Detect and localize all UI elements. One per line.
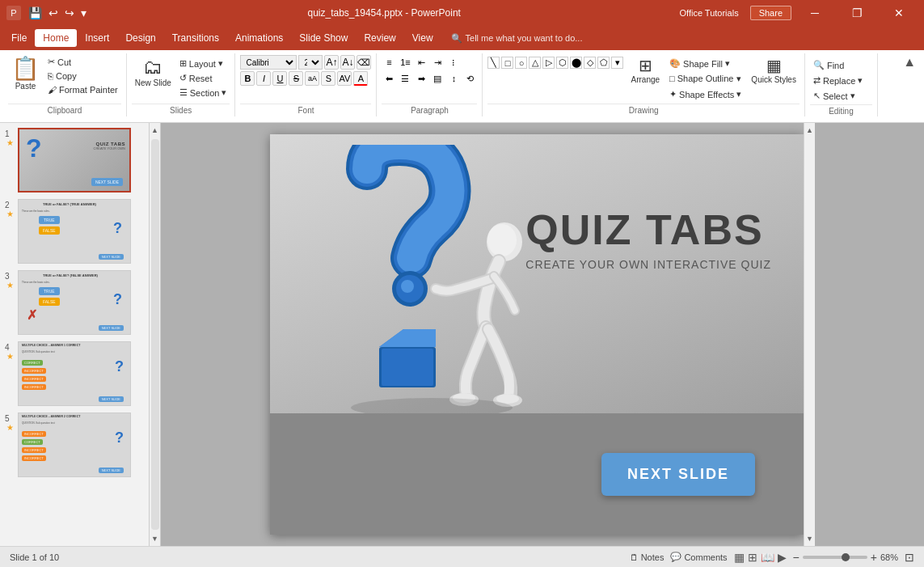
menu-file[interactable]: File xyxy=(3,29,35,47)
shape-effects-button[interactable]: ✦ Shape Effects ▾ xyxy=(666,87,745,101)
minimize-button[interactable]: ─ xyxy=(796,0,833,26)
numbering-button[interactable]: 1≡ xyxy=(398,55,412,70)
slide-thumb-4[interactable]: 4 ★ MULTIPLE CHOICE – ANSWER 1 CORRECT Q… xyxy=(3,340,146,408)
shape-item[interactable]: ▾ xyxy=(611,57,623,69)
shape-outline-button[interactable]: □ Shape Outline ▾ xyxy=(666,72,745,86)
layout-button[interactable]: ⊞ Layout ▾ xyxy=(176,57,230,70)
next-slide-button[interactable]: NEXT SLIDE xyxy=(601,453,755,496)
window-title: quiz_tabs_19454.pptx - PowerPoint xyxy=(89,7,679,19)
reading-view-button[interactable]: 📖 xyxy=(761,551,774,564)
menu-design[interactable]: Design xyxy=(117,29,163,47)
menu-animations[interactable]: Animations xyxy=(227,29,291,47)
align-center-button[interactable]: ☰ xyxy=(398,71,412,86)
increase-indent-button[interactable]: ⇥ xyxy=(430,55,445,70)
slide-thumb-3[interactable]: 3 ★ TRUE or FALSE? (FALSE ANSWER) These … xyxy=(3,269,146,336)
search-box[interactable]: 🔍 Tell me what you want to do... xyxy=(451,33,583,44)
scroll-up-button[interactable]: ▲ xyxy=(150,125,160,136)
strikethrough-button[interactable]: S xyxy=(289,71,303,86)
font-color-button[interactable]: A xyxy=(353,71,368,86)
menu-home[interactable]: Home xyxy=(35,29,77,47)
reset-button[interactable]: ↺ Reset xyxy=(176,71,230,85)
slide-thumbnail-3[interactable]: TRUE or FALSE? (FALSE ANSWER) These are … xyxy=(18,270,131,335)
align-right-button[interactable]: ➡ xyxy=(414,71,428,86)
shape-item[interactable]: ⬡ xyxy=(556,57,568,69)
font-family-select[interactable]: Calibri xyxy=(240,55,297,70)
underline-button[interactable]: U xyxy=(272,71,287,86)
font-size-select[interactable]: 24 xyxy=(298,55,323,70)
close-button[interactable]: ✕ xyxy=(880,0,918,26)
shape-item[interactable]: ⬠ xyxy=(597,57,610,69)
ribbon-collapse-button[interactable]: ▲ xyxy=(898,53,921,122)
save-button[interactable]: 💾 xyxy=(26,5,44,21)
zoom-in-button[interactable]: + xyxy=(871,551,877,564)
shape-item[interactable]: ◇ xyxy=(584,57,596,69)
select-button[interactable]: ↖ Select ▾ xyxy=(810,89,859,103)
restore-button[interactable]: ❐ xyxy=(838,0,875,26)
replace-button[interactable]: ⇄ Replace ▾ xyxy=(810,74,866,87)
normal-view-button[interactable]: ▦ xyxy=(734,551,745,564)
notes-button[interactable]: 🗒 Notes xyxy=(630,552,665,562)
columns-button[interactable]: ⫶ xyxy=(446,55,461,70)
slide-thumbnail-5[interactable]: MULTIPLE CHOICE – ANSWER 2 CORRECT QUEST… xyxy=(18,413,131,477)
comments-button[interactable]: 💬 Comments xyxy=(670,552,727,562)
menu-insert[interactable]: Insert xyxy=(77,29,117,47)
bold-button[interactable]: B xyxy=(240,71,255,86)
canvas-scroll-up[interactable]: ▲ xyxy=(804,125,815,136)
bullets-button[interactable]: ≡ xyxy=(382,55,396,70)
line-spacing-button[interactable]: ↕ xyxy=(446,71,461,86)
text-direction-button[interactable]: ⟲ xyxy=(462,71,477,86)
shape-item[interactable]: ○ xyxy=(515,57,527,69)
slide-thumb-2[interactable]: 2 ★ TRUE or FALSE? (TRUE ANSWER) These a… xyxy=(3,197,146,265)
menu-review[interactable]: Review xyxy=(356,29,403,47)
shape-fill-button[interactable]: 🎨 Shape Fill ▾ xyxy=(666,57,745,70)
shape-item[interactable]: ╲ xyxy=(487,57,500,69)
redo-button[interactable]: ↪ xyxy=(62,5,77,21)
slide-thumb-1[interactable]: 1 ★ ? QUIZ TABS CREATE YOUR OWN NEXT SLI… xyxy=(3,126,146,194)
copy-button[interactable]: ⎘ Copy xyxy=(44,70,121,83)
arrange-button[interactable]: ⊞ Arrange xyxy=(627,55,663,87)
slides-label: Slides xyxy=(132,104,230,116)
canvas-scroll-down[interactable]: ▼ xyxy=(804,533,815,544)
char-spacing-button[interactable]: AV xyxy=(337,71,352,86)
increase-font-button[interactable]: A↑ xyxy=(324,55,339,70)
slide-thumbnail-4[interactable]: MULTIPLE CHOICE – ANSWER 1 CORRECT QUEST… xyxy=(18,341,131,406)
cut-button[interactable]: ✂ Cut xyxy=(44,55,121,69)
office-tutorials-link[interactable]: Office Tutorials xyxy=(679,8,738,18)
smallcaps-button[interactable]: aA xyxy=(305,71,319,86)
slide-sorter-button[interactable]: ⊞ xyxy=(748,551,757,564)
view-icons: ▦ ⊞ 📖 ▶ xyxy=(734,551,787,564)
customize-qat-button[interactable]: ▾ xyxy=(78,5,89,21)
presenter-view-button[interactable]: ▶ xyxy=(778,551,787,564)
zoom-out-button[interactable]: − xyxy=(793,551,800,564)
align-left-button[interactable]: ⬅ xyxy=(382,71,396,86)
scroll-down-button[interactable]: ▼ xyxy=(150,533,160,544)
share-button[interactable]: Share xyxy=(750,6,791,20)
menu-transitions[interactable]: Transitions xyxy=(164,29,227,47)
format-painter-button[interactable]: 🖌 Format Painter xyxy=(44,83,121,96)
fit-slide-button[interactable]: ⊡ xyxy=(905,551,914,564)
paste-button[interactable]: 📋 Paste xyxy=(8,55,43,93)
find-button[interactable]: 🔍 Find xyxy=(810,58,847,72)
decrease-indent-button[interactable]: ⇤ xyxy=(414,55,428,70)
decrease-font-button[interactable]: A↓ xyxy=(340,55,355,70)
clear-format-button[interactable]: ⌫ xyxy=(357,55,371,70)
slide-thumb-5[interactable]: 5 ★ MULTIPLE CHOICE – ANSWER 2 CORRECT Q… xyxy=(3,411,146,479)
shape-item[interactable]: ⬤ xyxy=(570,57,582,69)
zoom-thumb[interactable] xyxy=(842,553,850,561)
slide-thumbnail-2[interactable]: TRUE or FALSE? (TRUE ANSWER) These are t… xyxy=(18,199,131,264)
section-button[interactable]: ☰ Section ▾ xyxy=(176,86,230,99)
zoom-slider[interactable] xyxy=(803,556,867,559)
quick-styles-button[interactable]: ▦ Quick Styles xyxy=(748,55,800,87)
shape-item[interactable]: □ xyxy=(501,57,513,69)
cut-icon: ✂ xyxy=(48,57,55,67)
italic-button[interactable]: I xyxy=(256,71,271,86)
shadow-button[interactable]: S xyxy=(321,71,335,86)
menu-slideshow[interactable]: Slide Show xyxy=(291,29,356,47)
shape-item[interactable]: ▷ xyxy=(542,57,555,69)
justify-button[interactable]: ▤ xyxy=(430,71,445,86)
shape-item[interactable]: △ xyxy=(529,57,541,69)
slide-thumbnail-1[interactable]: ? QUIZ TABS CREATE YOUR OWN NEXT SLIDE xyxy=(18,128,131,193)
undo-button[interactable]: ↩ xyxy=(46,5,61,21)
menu-view[interactable]: View xyxy=(404,29,441,47)
new-slide-button[interactable]: 🗂 New Slide xyxy=(132,55,175,90)
